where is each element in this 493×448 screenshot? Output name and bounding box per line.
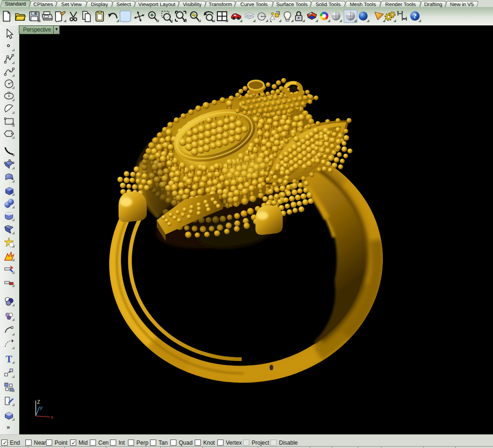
svg-text:T: T [6, 353, 12, 365]
svg-text:y: y [40, 405, 43, 410]
svg-text:Z: Z [37, 400, 40, 405]
svg-text:?: ? [413, 12, 417, 20]
svg-text:»: » [7, 424, 10, 431]
svg-text:x: x [51, 415, 53, 420]
